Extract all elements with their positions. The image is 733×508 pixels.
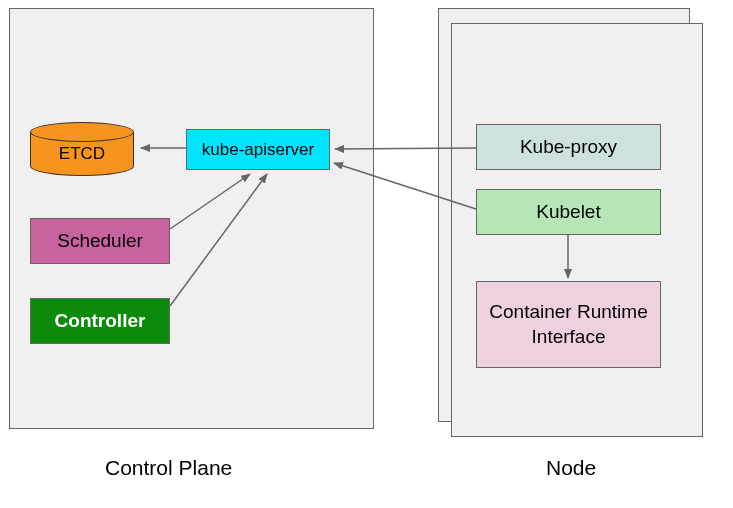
kube-proxy-label: Kube-proxy: [520, 136, 617, 158]
database-icon: [30, 122, 134, 142]
cri-box: Container Runtime Interface: [476, 281, 661, 368]
controller-box: Controller: [30, 298, 170, 344]
scheduler-label: Scheduler: [57, 230, 143, 252]
controller-label: Controller: [55, 310, 146, 332]
kube-apiserver-box: kube-apiserver: [186, 129, 330, 170]
etcd-label: ETCD: [30, 144, 134, 164]
kubelet-box: Kubelet: [476, 189, 661, 235]
etcd-cylinder: ETCD: [30, 122, 134, 176]
control-plane-label: Control Plane: [105, 456, 232, 480]
node-label: Node: [546, 456, 596, 480]
cri-label: Container Runtime Interface: [477, 300, 660, 349]
scheduler-box: Scheduler: [30, 218, 170, 264]
kubelet-label: Kubelet: [536, 201, 600, 223]
kube-proxy-box: Kube-proxy: [476, 124, 661, 170]
kube-apiserver-label: kube-apiserver: [202, 140, 314, 160]
